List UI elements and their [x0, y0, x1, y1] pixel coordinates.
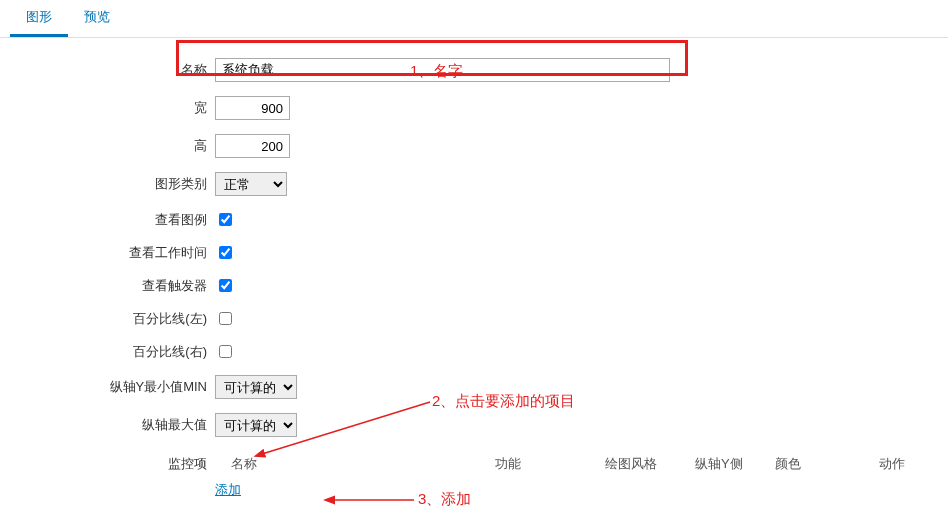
label-triggers: 查看触发器 [0, 277, 215, 295]
label-pct-left: 百分比线(左) [0, 310, 215, 328]
label-legend: 查看图例 [0, 211, 215, 229]
col-name: 名称 [215, 455, 495, 473]
col-style: 绘图风格 [605, 455, 695, 473]
label-items: 监控项 [0, 451, 215, 473]
label-height: 高 [0, 137, 215, 155]
label-ymin: 纵轴Y最小值MIN [0, 378, 215, 396]
label-pct-right: 百分比线(右) [0, 343, 215, 361]
label-worktime: 查看工作时间 [0, 244, 215, 262]
label-graph-type: 图形类别 [0, 175, 215, 193]
label-ymax: 纵轴最大值 [0, 416, 215, 434]
graph-type-select[interactable]: 正常 [215, 172, 287, 196]
pct-right-checkbox[interactable] [219, 345, 232, 358]
height-input[interactable] [215, 134, 290, 158]
name-input[interactable] [215, 58, 670, 82]
tab-bar: 图形 预览 [0, 0, 948, 38]
col-func: 功能 [495, 455, 605, 473]
legend-checkbox[interactable] [219, 213, 232, 226]
label-width: 宽 [0, 99, 215, 117]
pct-left-checkbox[interactable] [219, 312, 232, 325]
col-action: 动作 [845, 455, 905, 473]
worktime-checkbox[interactable] [219, 246, 232, 259]
ymax-select[interactable]: 可计算的 [215, 413, 297, 437]
ymin-select[interactable]: 可计算的 [215, 375, 297, 399]
col-color: 颜色 [775, 455, 845, 473]
tab-graph[interactable]: 图形 [10, 0, 68, 37]
label-name: 名称 [0, 61, 215, 79]
width-input[interactable] [215, 96, 290, 120]
items-table-header: 名称 功能 绘图风格 纵轴Y侧 颜色 动作 [215, 451, 948, 477]
tab-preview[interactable]: 预览 [68, 0, 126, 37]
add-item-link[interactable]: 添加 [215, 481, 241, 499]
graph-form: 名称 宽 高 图形类别 正常 查看图例 查看工作时间 查看触发器 [0, 38, 948, 520]
col-yside: 纵轴Y侧 [695, 455, 775, 473]
triggers-checkbox[interactable] [219, 279, 232, 292]
